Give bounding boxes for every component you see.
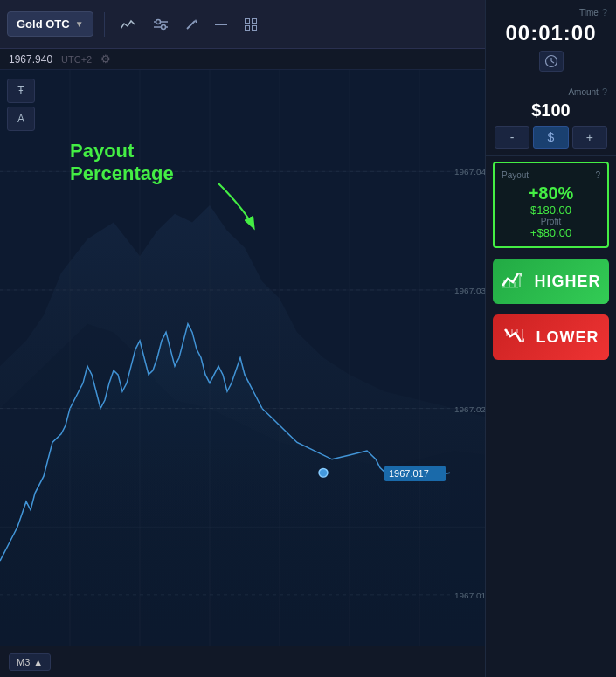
- svg-rect-10: [252, 25, 256, 30]
- amount-label: Amount ?: [495, 86, 607, 97]
- svg-rect-7: [245, 18, 249, 23]
- time-display: 00:01:00: [495, 21, 607, 45]
- svg-text:1967.017: 1967.017: [389, 468, 429, 479]
- svg-text:1967.020: 1967.020: [454, 404, 485, 414]
- toolbar: Gold OTC ▼: [0, 0, 485, 49]
- grid-button[interactable]: [239, 13, 262, 36]
- payout-help-icon[interactable]: ?: [595, 170, 600, 180]
- chart-info-bar: 1967.940 UTC+2 ⚙: [0, 49, 485, 70]
- lower-icon: [503, 324, 528, 350]
- payout-percent: +80%: [502, 183, 600, 204]
- payout-box: Payout ? +80% $180.00 Profit +$80.00: [493, 162, 609, 248]
- amount-controls: - $ +: [495, 126, 607, 149]
- payout-profit: +$80.00: [502, 226, 600, 239]
- time-label: Time ?: [495, 7, 607, 17]
- time-clock-btn[interactable]: [539, 51, 564, 72]
- asset-label: Gold OTC: [17, 17, 70, 31]
- asset-selector[interactable]: Gold OTC ▼: [7, 11, 93, 37]
- svg-text:1967.040: 1967.040: [454, 167, 485, 176]
- chart-settings-icon[interactable]: ⚙: [100, 52, 111, 66]
- svg-point-23: [319, 468, 328, 477]
- time-controls: [495, 51, 607, 72]
- svg-text:1967.013: 1967.013: [454, 591, 485, 600]
- higher-label: HIGHER: [534, 273, 600, 291]
- amount-minus-btn[interactable]: -: [495, 126, 529, 149]
- chart-svg: 1967.017 1967.040 1967.030 1967.020 1967…: [0, 70, 485, 646]
- svg-line-37: [551, 61, 554, 63]
- timeframe-chevron: ▲: [33, 657, 43, 667]
- amount-display: $100: [495, 100, 607, 121]
- indicator-2-btn[interactable]: A: [7, 107, 35, 131]
- svg-marker-5: [195, 19, 197, 23]
- higher-button[interactable]: HIGHER: [493, 259, 609, 304]
- amount-section: Amount ? $100 - $ +: [486, 79, 616, 156]
- svg-line-4: [187, 21, 195, 29]
- bottom-bar: M3 ▲: [0, 646, 485, 677]
- chart-timezone: UTC+2: [61, 54, 92, 65]
- time-section: Time ? 00:01:00: [486, 0, 616, 79]
- svg-rect-6: [215, 24, 227, 25]
- minus-button[interactable]: [210, 17, 232, 31]
- chart-area: 1967.017 1967.040 1967.030 1967.020 1967…: [0, 70, 485, 646]
- amount-currency-btn[interactable]: $: [533, 126, 568, 149]
- svg-point-3: [161, 24, 165, 29]
- amount-help-icon[interactable]: ?: [602, 86, 607, 97]
- time-help-icon[interactable]: ?: [602, 7, 607, 17]
- svg-rect-9: [245, 25, 249, 30]
- lower-label: LOWER: [536, 328, 599, 347]
- draw-button[interactable]: [180, 13, 203, 36]
- right-panel: Time ? 00:01:00 Amount ? $100 -: [485, 0, 616, 677]
- timeframe-selector[interactable]: M3 ▲: [9, 653, 51, 671]
- svg-text:1967.030: 1967.030: [454, 286, 485, 295]
- toolbar-separator: [104, 12, 105, 37]
- svg-point-2: [156, 19, 160, 24]
- indicator-1-btn[interactable]: Ŧ: [7, 79, 35, 103]
- svg-rect-8: [252, 18, 256, 23]
- lower-button[interactable]: LOWER: [493, 314, 609, 360]
- payout-profit-label: Profit: [502, 217, 600, 226]
- main-area: Gold OTC ▼: [0, 0, 485, 677]
- chart-price: 1967.940: [9, 53, 52, 66]
- amount-plus-btn[interactable]: +: [572, 126, 607, 149]
- chevron-down-icon: ▼: [75, 19, 84, 29]
- payout-box-header: Payout ?: [502, 170, 600, 180]
- higher-icon: [501, 268, 525, 294]
- indicators-button[interactable]: [149, 13, 173, 36]
- payout-total: $180.00: [502, 204, 600, 217]
- chart-type-button[interactable]: [115, 13, 142, 36]
- chart-left-tools: Ŧ A: [7, 79, 35, 131]
- timeframe-label: M3: [17, 657, 30, 667]
- payout-label: Payout: [502, 170, 529, 180]
